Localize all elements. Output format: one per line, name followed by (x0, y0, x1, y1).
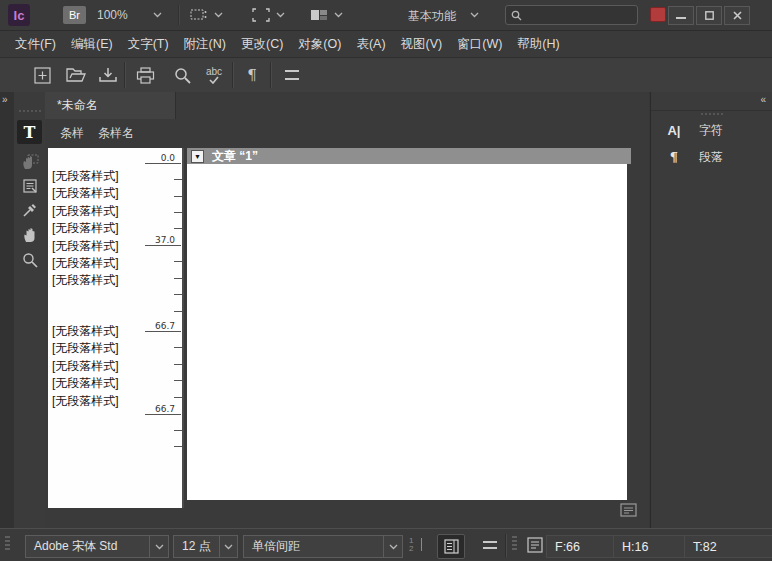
story-title: 文章 “1” (212, 148, 258, 165)
menu-item[interactable]: 帮助(H) (516, 34, 560, 55)
position-tool[interactable] (17, 150, 42, 174)
paragraph-style-list-2: [无段落样式][无段落样式][无段落样式][无段落样式][无段落样式] (52, 323, 150, 410)
tools-panel-grip[interactable] (14, 110, 45, 112)
workspace-switcher[interactable]: 基本功能 (408, 8, 456, 25)
ruler-label: 66.7 (145, 321, 181, 332)
menu-item[interactable]: 编辑(E) (70, 34, 114, 55)
menu-item[interactable]: 更改(C) (240, 34, 284, 55)
search-icon (511, 10, 522, 21)
info-column-toggle[interactable] (437, 534, 465, 559)
paragraph-style-entry[interactable]: [无段落样式] (52, 358, 150, 375)
incopy-logo-icon: Ic (8, 4, 30, 26)
spell-check-button[interactable]: abc (202, 64, 226, 86)
toolbar-separator (232, 62, 234, 88)
title-bar: Ic Br 100% 基本功能 (0, 0, 772, 31)
paragraph-style-entry[interactable]: [无段落样式] (52, 203, 150, 220)
chevron-down-icon (149, 536, 168, 557)
zoom-tool[interactable] (17, 248, 42, 272)
font-size-select[interactable]: 12 点 (173, 535, 238, 558)
story-collapse-button[interactable]: ▼ (191, 150, 204, 163)
arrange-documents-dropdown[interactable] (334, 12, 343, 18)
paragraph-style-list-1: [无段落样式][无段落样式][无段落样式][无段落样式][无段落样式][无段落样… (52, 168, 150, 290)
paragraph-style-entry[interactable]: [无段落样式] (52, 220, 150, 237)
statusbar-menu-button[interactable] (483, 541, 497, 549)
zoom-tool-button[interactable] (170, 64, 194, 86)
menu-item[interactable]: 文件(F) (14, 34, 57, 55)
toolbar-menu-button[interactable] (280, 64, 304, 86)
paragraph-style-entry[interactable]: [无段落样式] (52, 185, 150, 202)
screen-mode-dropdown[interactable] (276, 12, 285, 18)
paragraph-style-entry[interactable]: [无段落样式] (52, 393, 150, 410)
show-hidden-characters-button[interactable]: ¶ (240, 64, 264, 86)
paragraph-style-entry[interactable]: [无段落样式] (52, 255, 150, 272)
font-family-select[interactable]: Adobe 宋体 Std (25, 535, 169, 558)
menu-item[interactable]: 窗口(W) (456, 34, 503, 55)
menu-item[interactable]: 视图(V) (400, 34, 444, 55)
print-button[interactable] (133, 64, 157, 86)
zoom-level-dropdown[interactable] (153, 12, 162, 18)
new-document-button[interactable] (30, 64, 54, 86)
minimize-button[interactable] (668, 6, 694, 25)
ruler-tick (174, 179, 182, 180)
story-jump-button[interactable] (620, 503, 637, 517)
save-button[interactable] (96, 64, 120, 86)
workspace-dropdown[interactable] (470, 12, 479, 18)
paragraph-style-entry[interactable]: [无段落样式] (52, 168, 150, 185)
paragraph-style-entry[interactable]: [无段落样式] (52, 272, 150, 289)
character-panel-label: 字符 (699, 122, 723, 139)
story-text-area[interactable] (187, 164, 627, 500)
statusbar-grip[interactable] (512, 536, 517, 550)
ruler-tick (174, 261, 182, 262)
paragraph-style-entry[interactable]: [无段落样式] (52, 340, 150, 357)
right-dock-header: « (651, 92, 772, 111)
toolbar-separator (124, 62, 126, 88)
bridge-button[interactable]: Br (63, 6, 86, 24)
view-tab-galley[interactable]: 条样 (60, 125, 84, 142)
menu-item[interactable]: 表(A) (355, 34, 386, 55)
paragraph-style-entry[interactable]: [无段落样式] (52, 238, 150, 255)
ruler-tick (174, 446, 182, 447)
note-tool[interactable] (17, 174, 42, 198)
screen-mode-icon[interactable] (252, 8, 270, 22)
open-button[interactable] (64, 64, 88, 86)
right-dock-grip[interactable] (691, 113, 733, 115)
search-input[interactable] (505, 5, 638, 25)
paragraph-panel-button[interactable]: ¶ 段落 (651, 146, 772, 168)
main-area: » T (0, 92, 772, 528)
maximize-button[interactable] (696, 6, 722, 25)
depth-ruler-line (182, 148, 184, 508)
eyedropper-tool[interactable] (17, 198, 42, 222)
view-options-icon[interactable] (190, 8, 208, 22)
menu-bar: 文件(F)编辑(E)文字(T)附注(N)更改(C)对象(O)表(A)视图(V)窗… (0, 31, 772, 58)
info-column-icon (444, 539, 459, 554)
line-numbers-toggle[interactable]: 1 2 (408, 537, 422, 553)
collapse-right-dock-button[interactable]: « (760, 94, 765, 105)
ruler-tick (174, 380, 182, 381)
paragraph-panel-label: 段落 (699, 149, 723, 166)
character-panel-button[interactable]: A| 字符 (651, 119, 772, 141)
close-button[interactable] (724, 6, 750, 25)
chevron-down-icon (383, 536, 402, 557)
type-tool-icon: T (24, 123, 36, 142)
menu-item[interactable]: 文字(T) (127, 34, 170, 55)
view-options-dropdown[interactable] (214, 12, 223, 18)
toolbar-separator (270, 62, 272, 88)
view-tab-secondary[interactable]: 条样名 (98, 125, 134, 142)
leading-select[interactable]: 单倍间距 (243, 535, 403, 558)
type-tool[interactable]: T (17, 120, 42, 144)
pilcrow-icon: ¶ (247, 66, 257, 84)
font-size-value: 12 点 (174, 536, 219, 557)
menu-item[interactable]: 对象(O) (297, 34, 342, 55)
ruler-tick (174, 212, 182, 213)
statusbar-grip[interactable] (5, 536, 10, 550)
leading-value: 单倍间距 (244, 536, 383, 557)
hand-tool[interactable] (17, 222, 42, 246)
expand-left-dock-button[interactable]: » (2, 94, 7, 105)
menu-item[interactable]: 附注(N) (183, 34, 227, 55)
paragraph-style-entry[interactable]: [无段落样式] (52, 323, 150, 340)
ruler-tick (174, 278, 182, 279)
paragraph-style-entry[interactable]: [无段落样式] (52, 375, 150, 392)
document-tab[interactable]: *未命名 (45, 92, 176, 119)
ruler-label: 66.7 (145, 404, 181, 415)
arrange-documents-icon[interactable] (310, 8, 328, 22)
